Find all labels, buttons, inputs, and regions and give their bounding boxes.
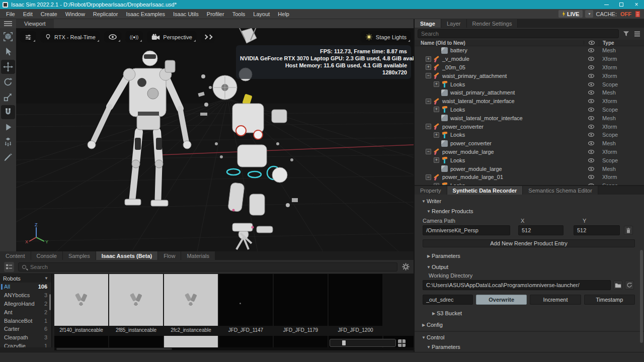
table-row[interactable]: waist_primary_attachment Mesh	[415, 88, 644, 97]
tab[interactable]: Render Settings	[467, 19, 518, 28]
asset-thumbnail-partial[interactable]	[54, 336, 108, 347]
menu-item[interactable]: Layout	[249, 9, 274, 19]
resolution-y-field[interactable]	[574, 225, 620, 235]
visibility-eye-icon[interactable]	[584, 74, 599, 78]
table-row[interactable]: waist_lateral_motor_interface Mesh	[415, 114, 644, 122]
assets-search-input[interactable]	[29, 263, 393, 270]
cache-file-icon[interactable]	[635, 11, 640, 17]
table-row[interactable]: power_converter Mesh	[415, 139, 644, 148]
asset-thumbnail-partial[interactable]	[219, 336, 273, 347]
table-row[interactable]: Looks Scope	[415, 106, 644, 114]
visibility-eye-icon[interactable]	[584, 108, 599, 112]
cursor-select-tool-icon[interactable]	[1, 45, 15, 59]
table-row[interactable]: Looks Scope	[415, 131, 644, 139]
parameters-section-header[interactable]: ▶ Parameters	[415, 251, 644, 260]
tree-view-toggle-icon[interactable]	[4, 262, 14, 272]
menu-item[interactable]: Help	[274, 9, 293, 19]
tab[interactable]: Property	[415, 186, 447, 195]
list-item[interactable]: Clearpath 3	[0, 333, 51, 342]
camera-selector-button[interactable]: Perspective	[147, 31, 196, 43]
assets-search-field[interactable]	[18, 262, 397, 272]
options-menu-icon[interactable]	[633, 30, 641, 38]
asset-thumbnail[interactable]	[329, 274, 382, 326]
visibility-column-header[interactable]	[584, 41, 599, 45]
visibility-eye-icon[interactable]	[584, 57, 599, 61]
table-row[interactable]: Looks Scope	[415, 182, 644, 185]
output-name-field[interactable]	[423, 295, 473, 305]
tab[interactable]: Semantics Schema Editor	[523, 186, 598, 195]
expand-toggle-icon[interactable]	[434, 107, 439, 112]
menu-item[interactable]: Window	[61, 9, 89, 19]
stage-search-input[interactable]	[418, 29, 619, 38]
list-item[interactable]: Crazyflie 1	[0, 342, 51, 347]
table-row[interactable]: battery Mesh	[415, 46, 644, 55]
list-item[interactable]: Carter 6	[0, 325, 51, 333]
expand-toggle-icon[interactable]	[426, 99, 431, 104]
close-button[interactable]: ×	[629, 0, 644, 9]
table-row[interactable]: waist_primary_attachment Xform	[415, 71, 644, 80]
browse-folder-button[interactable]	[613, 281, 622, 290]
toolbar-expand-button[interactable]	[201, 31, 215, 43]
move-tool-icon[interactable]	[1, 60, 15, 74]
config-section-header[interactable]: ▶ Config	[415, 320, 644, 329]
writer-section-header[interactable]: ▼ Writer	[415, 197, 644, 206]
category-dropdown[interactable]: Robots ▼	[0, 274, 51, 283]
minimize-button[interactable]	[599, 0, 614, 9]
expand-toggle-icon[interactable]	[426, 73, 431, 78]
gear-icon[interactable]	[401, 263, 410, 271]
visibility-eye-icon[interactable]	[584, 116, 599, 120]
control-parameters-section-header[interactable]: ▼ Parameters	[415, 342, 644, 351]
overwrite-button[interactable]: Overwrite	[476, 295, 527, 305]
grid-view-icon[interactable]	[398, 339, 406, 347]
viewport-settings-button[interactable]	[20, 31, 36, 43]
filter-icon[interactable]	[622, 30, 630, 38]
expand-toggle-icon[interactable]	[426, 149, 431, 154]
menu-item[interactable]: Replicator	[89, 9, 122, 19]
table-row[interactable]: Looks Scope	[415, 156, 644, 164]
s3-bucket-section-header[interactable]: ▶ S3 Bucket	[415, 309, 644, 318]
visibility-eye-icon[interactable]	[584, 158, 599, 162]
list-item[interactable]: BalanceBot 1	[0, 316, 51, 325]
menu-item[interactable]: Isaac Utils	[169, 9, 203, 19]
tab-viewport[interactable]: Viewport	[16, 19, 54, 28]
menu-item[interactable]: Tools	[228, 9, 250, 19]
control-section-header[interactable]: ▼ Control	[415, 333, 644, 342]
list-item[interactable]: All 106	[0, 283, 51, 291]
scale-tool-icon[interactable]	[1, 90, 15, 104]
menu-item[interactable]: Isaac Examples	[122, 9, 169, 19]
visibility-eye-icon[interactable]	[584, 65, 599, 69]
visibility-eye-icon[interactable]	[584, 82, 599, 86]
visibility-eye-icon[interactable]	[584, 99, 599, 103]
expand-toggle-icon[interactable]	[434, 132, 439, 138]
asset-thumbnail-partial[interactable]	[164, 336, 218, 347]
tab[interactable]: Console	[31, 251, 63, 260]
refresh-button[interactable]	[625, 281, 634, 290]
thumbnail-size-slider[interactable]	[330, 339, 396, 347]
menu-item[interactable]: Profiler	[203, 9, 228, 19]
delete-render-product-button[interactable]	[624, 226, 633, 235]
table-row[interactable]: _v_module Xform	[415, 55, 644, 63]
horizontal-scrollbar[interactable]	[54, 347, 414, 350]
expand-toggle-icon[interactable]	[434, 81, 439, 87]
working-directory-field[interactable]	[423, 280, 611, 290]
visibility-eye-icon[interactable]	[584, 90, 599, 95]
asset-thumbnail[interactable]	[109, 274, 163, 326]
slider-handle[interactable]	[342, 340, 346, 345]
play-tool-icon[interactable]	[1, 120, 15, 134]
table-row[interactable]: Looks Scope	[415, 80, 644, 88]
add-render-product-button[interactable]: Add New Render Product Entry	[423, 239, 635, 247]
asset-thumbnail[interactable]	[54, 274, 108, 326]
table-row[interactable]: power_converter Xform	[415, 122, 644, 131]
visibility-eye-icon[interactable]	[584, 175, 599, 179]
live-dropdown-button[interactable]: ▾	[585, 10, 593, 18]
visibility-eye-icon[interactable]	[584, 125, 599, 129]
asset-thumbnail-partial[interactable]	[274, 336, 328, 347]
select-mode-tool-icon[interactable]	[1, 30, 15, 44]
menu-item[interactable]: Create	[37, 9, 61, 19]
audio-options-button[interactable]: ((●))	[125, 31, 143, 43]
table-row[interactable]: power_module_large Mesh	[415, 164, 644, 173]
render-mode-button[interactable]: RTX - Real-Time	[40, 31, 100, 43]
visibility-eye-icon[interactable]	[584, 48, 599, 52]
stage-lights-button[interactable]: Stage Lights	[361, 31, 411, 43]
tab[interactable]: Stage	[415, 19, 441, 28]
